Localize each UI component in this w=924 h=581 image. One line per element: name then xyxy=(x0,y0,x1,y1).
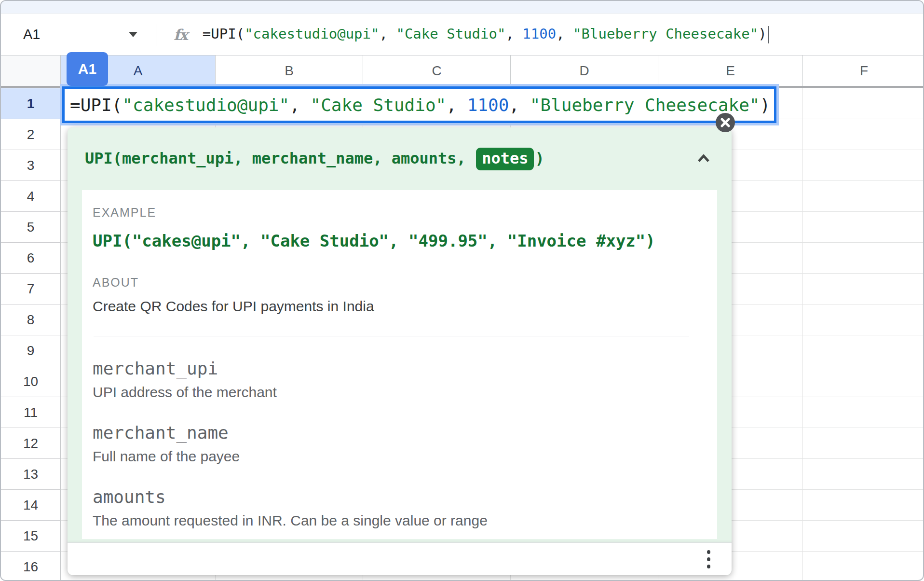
row-header-15[interactable]: 15 xyxy=(1,521,61,552)
signature-suffix: ) xyxy=(535,149,544,167)
about-label: ABOUT xyxy=(93,276,717,290)
row-header-8[interactable]: 8 xyxy=(1,304,61,335)
divider xyxy=(94,336,689,336)
column-header-F[interactable]: F xyxy=(802,55,924,86)
function-signature-header: UPI(merchant_upi, merchant_name, amounts… xyxy=(68,127,732,190)
column-header-C[interactable]: C xyxy=(363,55,510,86)
cell-editor[interactable]: =UPI("cakestudio@upi", "Cake Studio", 11… xyxy=(62,86,776,123)
row-header-14[interactable]: 14 xyxy=(1,490,61,521)
gridline xyxy=(61,88,61,580)
active-cell-badge-label: A1 xyxy=(78,61,96,77)
gridline xyxy=(802,88,803,580)
row-header-7[interactable]: 7 xyxy=(1,274,61,304)
row-header-9[interactable]: 9 xyxy=(1,335,61,366)
row-header-5[interactable]: 5 xyxy=(1,212,61,243)
function-help-popup: UPI(merchant_upi, merchant_name, amounts… xyxy=(68,127,732,575)
active-cell-badge: A1 xyxy=(67,52,108,86)
formula-segment-plain: , xyxy=(509,95,530,115)
formula-segment-number: 1100 xyxy=(467,95,509,115)
column-header-E[interactable]: E xyxy=(658,55,802,86)
example-label: EXAMPLE xyxy=(93,206,717,220)
parameter-description: UPI address of the merchant xyxy=(93,384,717,401)
function-signature: UPI(merchant_upi, merchant_name, amounts… xyxy=(85,148,544,170)
formula-segment-plain: =UPI( xyxy=(70,95,122,115)
close-editor-button[interactable] xyxy=(716,113,735,132)
popup-footer xyxy=(68,542,732,575)
highlighted-param: notes xyxy=(476,148,534,170)
formula-segment-plain: ) xyxy=(760,95,771,115)
row-header-12[interactable]: 12 xyxy=(1,428,61,459)
row-header-10[interactable]: 10 xyxy=(1,366,61,397)
help-content-panel: EXAMPLE UPI("cakes@upi", "Cake Studio", … xyxy=(82,190,717,539)
formula-segment-string: "cakestudio@upi" xyxy=(122,95,289,115)
row-header-1[interactable]: 1 xyxy=(1,88,61,119)
parameter-name: merchant_name xyxy=(93,423,717,443)
row-header-4[interactable]: 4 xyxy=(1,181,61,212)
row-header-3[interactable]: 3 xyxy=(1,150,61,181)
row-header-6[interactable]: 6 xyxy=(1,243,61,274)
formula-segment-plain: , xyxy=(446,95,467,115)
column-header-D[interactable]: D xyxy=(510,55,658,86)
parameter-name: amounts xyxy=(93,487,717,507)
formula-segment-string: "Blueberry Cheesecake" xyxy=(530,95,760,115)
parameter-name: merchant_upi xyxy=(93,359,717,378)
parameter-description: The amount requested in INR. Can be a si… xyxy=(93,512,717,529)
sheets-window: A1 fx =UPI("cakestudio@upi", "Cake Studi… xyxy=(0,0,924,581)
column-header-band: ABCDEF xyxy=(1,55,923,86)
column-header-B[interactable]: B xyxy=(215,55,363,86)
formula-segment-plain: , xyxy=(289,95,310,115)
cell-formula-text: =UPI("cakestudio@upi", "Cake Studio", 11… xyxy=(65,95,770,115)
row-header-11[interactable]: 11 xyxy=(1,397,61,428)
signature-prefix: UPI(merchant_upi, merchant_name, amounts… xyxy=(85,149,475,167)
close-icon xyxy=(720,117,731,128)
example-code: UPI("cakes@upi", "Cake Studio", "499.95"… xyxy=(93,231,717,250)
parameter-list: merchant_upiUPI address of the merchantm… xyxy=(93,359,717,529)
about-description: Create QR Codes for UPI payments in Indi… xyxy=(93,298,717,315)
parameter-description: Full name of the payee xyxy=(93,448,717,465)
formula-segment-string: "Cake Studio" xyxy=(311,95,447,115)
select-all-corner[interactable] xyxy=(1,55,61,86)
row-header-16[interactable]: 16 xyxy=(1,552,61,581)
more-options-icon[interactable] xyxy=(707,550,710,568)
row-header-2[interactable]: 2 xyxy=(1,119,61,150)
collapse-chevron-icon[interactable] xyxy=(693,148,714,169)
row-header-13[interactable]: 13 xyxy=(1,459,61,490)
